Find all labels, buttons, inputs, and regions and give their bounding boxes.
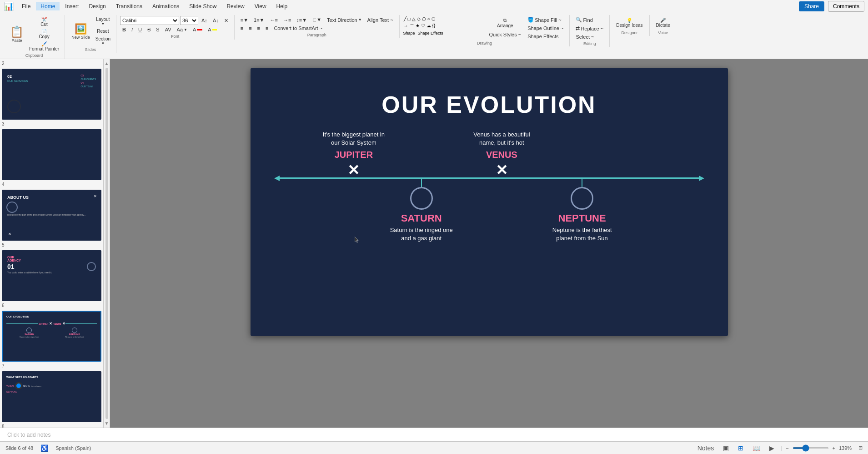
format-painter-button[interactable]: 🖌️ Format Painter — [27, 40, 61, 52]
jupiter-desc: It's the biggest planet in our Solar Sys… — [323, 131, 385, 147]
notes-view-button[interactable]: Notes — [695, 444, 717, 453]
paste-button[interactable]: 📋 Paste — [7, 24, 26, 45]
drawing-group: ╱ □ △ ◇ ⬠ ○ ⬡ → ⌒ ★ ♡ ☁ {} — [400, 15, 570, 46]
bold-button[interactable]: B — [120, 26, 128, 33]
line-spacing-button[interactable]: ↕≡▼ — [294, 16, 309, 24]
normal-view-button[interactable]: ▣ — [720, 444, 732, 453]
slide-thumb-5[interactable]: OUR AGENCY 01 You could enter a subtitle… — [2, 250, 101, 301]
cut-button[interactable]: ✂️ Cut — [27, 16, 61, 28]
font-size-select[interactable]: 36 — [180, 16, 198, 25]
menu-file[interactable]: File — [17, 2, 35, 10]
shape-rect[interactable]: □ — [407, 16, 411, 22]
notes-bar[interactable]: Click to add notes — [0, 428, 868, 441]
numbering-button[interactable]: 1≡▼ — [251, 16, 266, 24]
shape-heart[interactable]: ♡ — [421, 23, 426, 30]
shape-arrow[interactable]: → — [403, 23, 409, 30]
slide-thumb-2[interactable]: 02 OUR SERVICES 03 OUR CLIENTS 04 OUR TE… — [2, 69, 101, 120]
clipboard-group: 📋 Paste ✂️ Cut 📄 Copy 🖌️ Format Painter — [4, 15, 65, 59]
replace-icon: ⇄ — [576, 25, 580, 31]
menu-slideshow[interactable]: Slide Show — [185, 2, 221, 10]
clear-format-button[interactable]: ✕ — [222, 17, 231, 25]
strikethrough-button[interactable]: S — [145, 26, 153, 33]
increase-font-button[interactable]: A↑ — [199, 17, 210, 24]
zoom-slider[interactable] — [793, 447, 829, 449]
find-button[interactable]: 🔍 Find — [573, 16, 606, 24]
slide-thumb-6[interactable]: OUR EVOLUTION JUPITER ✕ VENUS ✕ SATURN S… — [2, 311, 101, 362]
highlight-button[interactable]: A — [206, 26, 219, 33]
slide-panel: 2 02 OUR SERVICES 03 OUR CLIENTS 04 OUR … — [0, 59, 104, 428]
italic-button[interactable]: I — [129, 26, 135, 33]
comments-button[interactable]: Comments — [828, 1, 864, 12]
shape-bracket[interactable]: {} — [432, 23, 436, 30]
shape-curved[interactable]: ⌒ — [409, 23, 415, 30]
reset-button[interactable]: Reset — [94, 28, 112, 35]
shape-effects-button[interactable]: Shape Effects — [525, 33, 566, 40]
decrease-font-button[interactable]: A↓ — [211, 17, 221, 24]
justify-button[interactable]: ≡ — [263, 25, 271, 32]
shape-fill-button[interactable]: 🪣 Shape Fill ~ — [525, 16, 566, 24]
zoom-plus[interactable]: + — [833, 445, 835, 451]
select-button[interactable]: Select ~ — [573, 33, 606, 40]
menu-animations[interactable]: Animations — [148, 2, 184, 10]
change-case-button[interactable]: Aa ▼ — [175, 26, 190, 33]
venus-name: VENUS — [486, 150, 517, 160]
slide4-close[interactable]: ✕ — [94, 194, 97, 198]
menu-view[interactable]: View — [250, 2, 271, 10]
zoom-minus[interactable]: − — [786, 445, 788, 451]
menu-home[interactable]: Home — [36, 2, 60, 10]
columns-button[interactable]: ⊏▼ — [310, 16, 324, 24]
neptune-desc: Neptune is the farthest planet from the … — [552, 226, 612, 242]
slide-thumb-4[interactable]: ABOUT US It could be the part of the pre… — [2, 190, 101, 241]
shape-line[interactable]: ╱ — [403, 16, 407, 22]
slide-thumb-3[interactable] — [2, 129, 101, 180]
zoom-level[interactable]: 139% — [839, 445, 855, 451]
new-slide-button[interactable]: 🖼️ New Slide — [69, 21, 93, 41]
copy-button[interactable]: 📄 Copy — [27, 28, 61, 40]
layout-button[interactable]: Layout ▼ — [94, 16, 112, 27]
shape-pentagon[interactable]: ⬠ — [421, 16, 426, 22]
increase-indent-button[interactable]: →≡ — [281, 16, 293, 24]
slide-sorter-button[interactable]: ⊞ — [735, 444, 746, 453]
shadow-button[interactable]: S — [154, 26, 161, 33]
shape-cloud[interactable]: ☁ — [426, 23, 431, 30]
scroll-down[interactable]: ▼ — [105, 421, 109, 426]
font-color-button[interactable]: A — [191, 26, 205, 33]
scroll-thumb[interactable] — [105, 68, 108, 419]
shape-circle[interactable]: ○ — [427, 16, 431, 22]
char-spacing-button[interactable]: AV — [163, 26, 174, 33]
slide-thumb-7[interactable]: WHAT SETS US APART? VENUS MARS Lorem ips… — [2, 371, 101, 422]
quick-styles-button[interactable]: Quick Styles ~ — [487, 31, 524, 38]
dictate-button[interactable]: 🎤 Dictate — [653, 16, 673, 30]
menu-insert[interactable]: Insert — [60, 2, 83, 10]
menu-help[interactable]: Help — [272, 2, 292, 10]
saturn-desc: Saturn is the ringed one and a gas giant — [390, 226, 453, 242]
align-right-button[interactable]: ≡ — [255, 25, 262, 32]
shape-triangle[interactable]: △ — [411, 16, 416, 22]
menu-transitions[interactable]: Transitions — [111, 2, 147, 10]
smart-art-button[interactable]: Convert to SmartArt ~ — [271, 25, 325, 32]
shape-diamond[interactable]: ◇ — [416, 16, 421, 22]
arrange-button[interactable]: ⧉ Arrange — [487, 16, 524, 30]
fit-page-button[interactable]: ⊡ — [858, 445, 863, 451]
menu-review[interactable]: Review — [222, 2, 249, 10]
decrease-indent-button[interactable]: ←≡ — [267, 16, 280, 24]
shape-cylinder[interactable]: ⬡ — [431, 16, 436, 22]
text-direction-button[interactable]: Text Direction ▼ — [325, 16, 364, 24]
shape-star[interactable]: ★ — [415, 23, 420, 30]
shape-outline-button[interactable]: Shape Outline ~ — [525, 25, 566, 32]
replace-button[interactable]: ⇄ Replace ~ — [573, 25, 606, 32]
align-left-button[interactable]: ≡ — [238, 25, 246, 32]
section-button[interactable]: Section ▼ — [94, 35, 112, 46]
design-ideas-button[interactable]: 💡 Design Ideas — [613, 16, 645, 30]
align-center-button[interactable]: ≡ — [246, 25, 254, 32]
slideshow-button[interactable]: ▶ — [767, 444, 777, 453]
designer-group: 💡 Design Ideas Designer — [610, 15, 649, 36]
reading-view-button[interactable]: 📖 — [750, 444, 763, 453]
share-button[interactable]: Share — [799, 1, 824, 11]
align-text-button[interactable]: Align Text ~ — [365, 16, 396, 24]
menu-design[interactable]: Design — [84, 2, 110, 10]
scroll-up[interactable]: ▲ — [105, 61, 109, 66]
bullets-button[interactable]: ≡▼ — [238, 16, 251, 24]
underline-button[interactable]: U — [136, 26, 144, 33]
font-name-select[interactable]: Calibri — [120, 16, 179, 25]
